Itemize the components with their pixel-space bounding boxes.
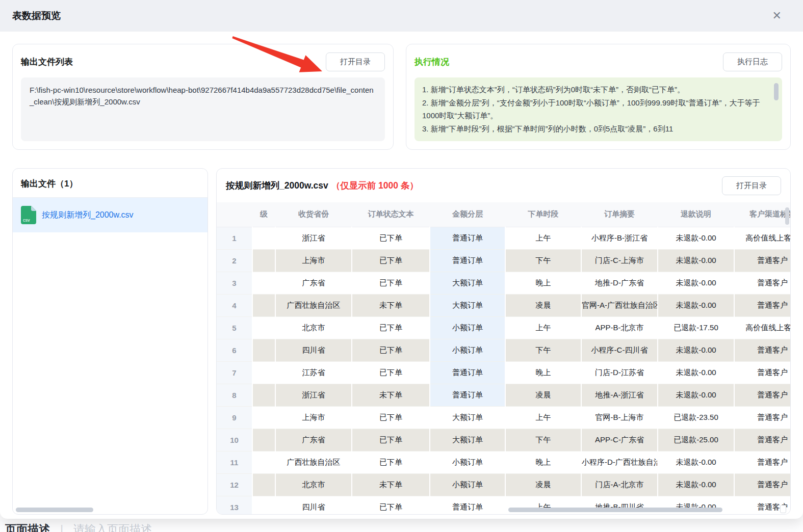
table-cell: 1	[217, 227, 252, 249]
table-cell: 未下单	[352, 473, 430, 496]
table-cell: 小程序-B-浙江省	[581, 227, 658, 249]
table-cell: 未退款-0.00	[658, 451, 734, 473]
table-cell: 普通客户	[734, 272, 790, 294]
sidebar-horizontal-scrollbar[interactable]	[16, 508, 93, 512]
table-row: 1浙江省已下单普通订单上午小程序-B-浙江省未退款-0.00高价值线上客户	[217, 227, 790, 249]
execution-line: 3. 新增“下单时段”列，根据“下单时间”列的小时数，0到5点取“凌晨”，6到1…	[422, 122, 769, 136]
table-cell: 门店-A-北京市	[581, 473, 658, 496]
table-cell: 普通客户	[734, 249, 790, 272]
execution-box-scrollbar[interactable]	[774, 83, 779, 100]
open-directory-button[interactable]: 打开目录	[326, 52, 385, 71]
table-cell: 5	[217, 316, 252, 339]
table-cell	[252, 496, 275, 515]
output-file-name: 按规则新增列_2000w.csv	[42, 210, 134, 221]
table-cell: 北京市	[275, 316, 352, 339]
table-body: 1浙江省已下单普通订单上午小程序-B-浙江省未退款-0.00高价值线上客户2上海…	[217, 227, 790, 515]
table-cell: 6	[217, 339, 252, 361]
table-cell: 已下单	[352, 272, 430, 294]
column-header: 客户渠道标签	[734, 202, 790, 227]
table-cell: 普通客户	[734, 406, 790, 429]
table-cell: 普通订单	[430, 361, 505, 384]
table-cell: 已下单	[352, 316, 430, 339]
table-cell: APP-C-广东省	[581, 429, 658, 451]
table-cell	[252, 361, 275, 384]
output-file-list-title: 输出文件列表	[21, 56, 73, 68]
data-table: 级收货省份订单状态文本金额分层下单时段订单摘要退款说明客户渠道标签 1浙江省已下…	[217, 202, 790, 515]
table-cell: 未退款-0.00	[658, 272, 734, 294]
close-icon[interactable]: ✕	[770, 8, 791, 23]
table-cell: 未退款-0.00	[658, 294, 734, 316]
table-cell: 普通客户	[734, 384, 790, 406]
table-cell: 未退款-0.00	[658, 249, 734, 272]
table-cell: 普通订单	[430, 227, 505, 249]
table-cell: 江苏省	[275, 361, 352, 384]
table-cell: 未退款-0.00	[658, 384, 734, 406]
table-cell	[252, 272, 275, 294]
table-row: 2上海市已下单普通订单下午门店-C-上海市未退款-0.00普通客户	[217, 249, 790, 272]
table-cell	[252, 316, 275, 339]
table-row: 6四川省已下单小额订单下午小程序-C-四川省未退款-0.00普通客户	[217, 339, 790, 361]
execution-status-title: 执行情况	[415, 56, 449, 68]
table-vertical-scrollbar[interactable]	[785, 207, 789, 225]
data-table-panel: 按规则新增列_2000w.csv （仅显示前 1000 条） 打开目录 级收货省…	[216, 168, 791, 515]
table-cell: 未退款-0.00	[658, 361, 734, 384]
table-cell	[252, 429, 275, 451]
table-cell: 已下单	[352, 249, 430, 272]
table-cell: 大额订单	[430, 429, 505, 451]
table-row: 4广西壮族自治区未下单大额订单凌晨官网-A-广西壮族自治区未退款-0.00普通客…	[217, 294, 790, 316]
table-cell: 官网-A-广西壮族自治区	[581, 294, 658, 316]
table-cell: 已下单	[352, 429, 430, 451]
table-cell: 普通订单	[430, 249, 505, 272]
top-panels-row: 输出文件列表 打开目录 F:\fish-pc-win10\resource\st…	[12, 44, 791, 150]
output-file-list-panel: 输出文件列表 打开目录 F:\fish-pc-win10\resource\st…	[12, 44, 394, 150]
table-cell: 未退款-0.00	[658, 227, 734, 249]
table-cell: 小额订单	[430, 339, 505, 361]
table-cell	[252, 384, 275, 406]
execution-line: 1. 新增“订单状态文本”列，“订单状态码”列为0时取“未下单”，否则取“已下单…	[422, 83, 769, 96]
table-cell: 未下单	[352, 294, 430, 316]
table-cell	[252, 227, 275, 249]
table-cell: 晚上	[505, 272, 581, 294]
table-cell	[252, 294, 275, 316]
table-cell: 凌晨	[505, 384, 581, 406]
table-cell: 小额订单	[430, 451, 505, 473]
table-open-directory-button[interactable]: 打开目录	[722, 176, 781, 195]
table-cell: 已下单	[352, 496, 430, 515]
data-table-header: 按规则新增列_2000w.csv （仅显示前 1000 条） 打开目录	[217, 169, 790, 202]
csv-file-icon-fold	[31, 206, 36, 211]
table-cell: 上午	[505, 227, 581, 249]
table-row: 9上海市已下单大额订单上午官网-B-上海市已退款-23.50普通客户	[217, 406, 790, 429]
csv-file-icon-label: csv	[23, 218, 30, 223]
table-cell: 小额订单	[430, 473, 505, 496]
background-separator: |	[60, 523, 63, 532]
table-cell: 大额订单	[430, 294, 505, 316]
data-table-viewport: 级收货省份订单状态文本金额分层下单时段订单摘要退款说明客户渠道标签 1浙江省已下…	[217, 202, 790, 515]
execution-lines: 1. 新增“订单状态文本”列，“订单状态码”列为0时取“未下单”，否则取“已下单…	[422, 83, 769, 135]
output-file-list-header: 输出文件列表 打开目录	[21, 52, 385, 71]
table-cell: 9	[217, 406, 252, 429]
table-cell: 高价值线上客户	[734, 316, 790, 339]
table-cell: 晚上	[505, 451, 581, 473]
output-file-item[interactable]: csv 按规则新增列_2000w.csv	[13, 198, 208, 232]
table-cell: 大额订单	[430, 272, 505, 294]
table-cell: 12	[217, 473, 252, 496]
table-cell: 普通客户	[734, 473, 790, 496]
column-header: 订单状态文本	[352, 202, 430, 227]
column-header: 下单时段	[505, 202, 581, 227]
table-cell: 2	[217, 249, 252, 272]
table-cell: 地推-D-广东省	[581, 272, 658, 294]
table-cell: 凌晨	[505, 294, 581, 316]
column-header	[217, 202, 252, 227]
table-cell: 普通订单	[430, 496, 505, 515]
table-row: 12北京市未下单小额订单凌晨门店-A-北京市未退款-0.00普通客户	[217, 473, 790, 496]
table-scrollbar-corner[interactable]	[780, 505, 786, 513]
table-cell: 地推-A-浙江省	[581, 384, 658, 406]
table-cell: APP-B-北京市	[581, 316, 658, 339]
table-cell: 上海市	[275, 406, 352, 429]
table-cell: 小额订单	[430, 316, 505, 339]
table-horizontal-scrollbar[interactable]	[508, 508, 722, 512]
table-row: 10广东省已下单大额订单下午APP-C-广东省已退款-25.00普通客户	[217, 429, 790, 451]
table-cell: 已退款-17.50	[658, 316, 734, 339]
table-cell: 四川省	[275, 496, 352, 515]
execution-log-button[interactable]: 执行日志	[723, 52, 782, 71]
